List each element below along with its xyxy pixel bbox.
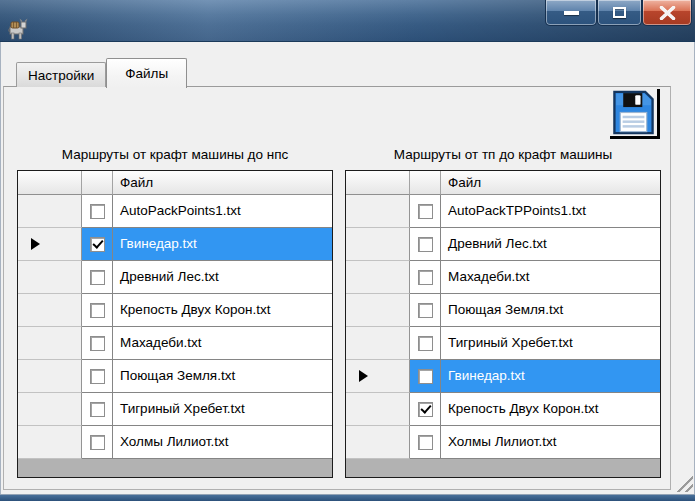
file-checkbox[interactable] xyxy=(418,402,433,417)
file-checkbox[interactable] xyxy=(418,336,433,351)
file-name-cell[interactable]: Холмы Лилиот.txt xyxy=(441,426,660,459)
file-checkbox-cell[interactable] xyxy=(410,195,441,228)
row-header-cell[interactable] xyxy=(18,195,82,228)
file-checkbox-cell[interactable] xyxy=(410,393,441,426)
row-header-cell[interactable] xyxy=(346,360,410,393)
row-header-corner xyxy=(346,171,410,195)
right-grid-title: Маршруты от тп до крафт машины xyxy=(345,147,661,162)
file-checkbox-cell[interactable] xyxy=(82,360,113,393)
row-header-corner xyxy=(18,171,82,195)
grid-row[interactable]: Гвинедар.txt xyxy=(18,228,332,261)
file-name-cell[interactable]: Гвинедар.txt xyxy=(441,360,660,393)
row-header-cell[interactable] xyxy=(18,261,82,294)
file-checkbox-cell[interactable] xyxy=(82,393,113,426)
grid-row[interactable]: Тигриный Хребет.txt xyxy=(346,327,660,360)
file-checkbox[interactable] xyxy=(418,270,433,285)
row-header-cell[interactable] xyxy=(346,393,410,426)
grid-row[interactable]: Махадеби.txt xyxy=(346,261,660,294)
file-name-cell[interactable]: Древний Лес.txt xyxy=(113,261,332,294)
file-checkbox-cell[interactable] xyxy=(410,426,441,459)
row-header-cell[interactable] xyxy=(18,228,82,261)
grid-row[interactable]: Гвинедар.txt xyxy=(346,360,660,393)
grid-row[interactable]: Поющая Земля.txt xyxy=(346,294,660,327)
file-name-cell[interactable]: AutoPackPoints1.txt xyxy=(113,195,332,228)
row-header-cell[interactable] xyxy=(346,294,410,327)
grid-row[interactable]: Тигриный Хребет.txt xyxy=(18,393,332,426)
grid-row[interactable]: AutoPackPoints1.txt xyxy=(18,195,332,228)
file-checkbox[interactable] xyxy=(418,435,433,450)
file-checkbox[interactable] xyxy=(90,336,105,351)
file-checkbox-cell[interactable] xyxy=(82,195,113,228)
grid-header-row: Файл xyxy=(346,171,660,195)
resize-grip[interactable] xyxy=(674,473,693,492)
grid-body: AutoPackPoints1.txtГвинедар.txtДревний Л… xyxy=(18,195,332,459)
floppy-disk-icon xyxy=(610,89,657,136)
file-checkbox-cell[interactable] xyxy=(410,327,441,360)
row-header-cell[interactable] xyxy=(346,195,410,228)
grid-row[interactable]: Древний Лес.txt xyxy=(18,261,332,294)
grid-row[interactable]: Махадеби.txt xyxy=(18,327,332,360)
close-button[interactable] xyxy=(642,0,692,26)
maximize-button[interactable] xyxy=(597,0,642,26)
file-checkbox-cell[interactable] xyxy=(410,261,441,294)
file-checkbox[interactable] xyxy=(90,369,105,384)
file-column-header[interactable]: Файл xyxy=(113,171,332,195)
grid-row[interactable]: AutoPackTPPoints1.txt xyxy=(346,195,660,228)
grid-row[interactable]: Холмы Лилиот.txt xyxy=(18,426,332,459)
row-header-cell[interactable] xyxy=(346,228,410,261)
row-header-cell[interactable] xyxy=(346,261,410,294)
file-name-cell[interactable]: Гвинедар.txt xyxy=(113,228,332,261)
row-header-cell[interactable] xyxy=(18,327,82,360)
grid-row[interactable]: Холмы Лилиот.txt xyxy=(346,426,660,459)
file-checkbox[interactable] xyxy=(418,204,433,219)
file-checkbox-cell[interactable] xyxy=(82,261,113,294)
file-checkbox[interactable] xyxy=(90,204,105,219)
file-column-header[interactable]: Файл xyxy=(441,171,660,195)
row-header-cell[interactable] xyxy=(346,327,410,360)
file-checkbox-cell[interactable] xyxy=(410,228,441,261)
file-checkbox-cell[interactable] xyxy=(410,360,441,393)
file-checkbox[interactable] xyxy=(90,402,105,417)
grid-row[interactable]: Древний Лес.txt xyxy=(346,228,660,261)
close-icon xyxy=(659,6,676,20)
file-checkbox-cell[interactable] xyxy=(410,294,441,327)
file-checkbox-cell[interactable] xyxy=(82,294,113,327)
grid-row[interactable]: Крепость Двух Корон.txt xyxy=(346,393,660,426)
file-name-cell[interactable]: Махадеби.txt xyxy=(113,327,332,360)
save-button[interactable] xyxy=(610,89,660,139)
file-checkbox[interactable] xyxy=(90,303,105,318)
grid-row[interactable]: Поющая Земля.txt xyxy=(18,360,332,393)
window-controls xyxy=(545,0,692,26)
file-name-cell[interactable]: Поющая Земля.txt xyxy=(113,360,332,393)
app-window: Настройки Файлы Маршруты от крафт машины… xyxy=(0,0,695,501)
row-header-cell[interactable] xyxy=(18,393,82,426)
file-checkbox[interactable] xyxy=(418,303,433,318)
file-checkbox[interactable] xyxy=(90,435,105,450)
file-name-cell[interactable]: Крепость Двух Корон.txt xyxy=(441,393,660,426)
row-header-cell[interactable] xyxy=(18,294,82,327)
file-name-cell[interactable]: Древний Лес.txt xyxy=(441,228,660,261)
tab-settings[interactable]: Настройки xyxy=(16,62,106,87)
file-name-cell[interactable]: Тигриный Хребет.txt xyxy=(113,393,332,426)
file-name-cell[interactable]: Крепость Двух Корон.txt xyxy=(113,294,332,327)
file-name-cell[interactable]: Поющая Земля.txt xyxy=(441,294,660,327)
file-name-cell[interactable]: Холмы Лилиот.txt xyxy=(113,426,332,459)
row-header-cell[interactable] xyxy=(18,360,82,393)
grid-row[interactable]: Крепость Двух Корон.txt xyxy=(18,294,332,327)
file-checkbox[interactable] xyxy=(90,237,105,252)
file-checkbox[interactable] xyxy=(90,270,105,285)
file-name-cell[interactable]: AutoPackTPPoints1.txt xyxy=(441,195,660,228)
file-checkbox-cell[interactable] xyxy=(82,426,113,459)
file-name-cell[interactable]: Махадеби.txt xyxy=(441,261,660,294)
row-header-cell[interactable] xyxy=(18,426,82,459)
file-checkbox[interactable] xyxy=(418,369,433,384)
row-header-cell[interactable] xyxy=(346,426,410,459)
minimize-button[interactable] xyxy=(545,0,597,26)
file-checkbox-cell[interactable] xyxy=(82,228,113,261)
file-name-cell[interactable]: Тигриный Хребет.txt xyxy=(441,327,660,360)
tab-files[interactable]: Файлы xyxy=(106,58,187,88)
checkbox-column-header[interactable] xyxy=(410,171,441,195)
checkbox-column-header[interactable] xyxy=(82,171,113,195)
file-checkbox[interactable] xyxy=(418,237,433,252)
file-checkbox-cell[interactable] xyxy=(82,327,113,360)
